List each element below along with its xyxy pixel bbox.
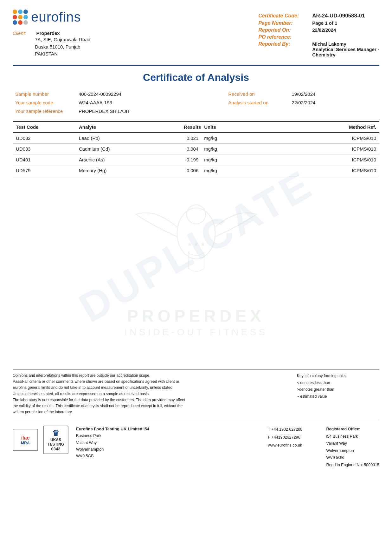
cert-by-title: Analytical Services Manager -: [312, 47, 379, 52]
cell-code: UD032: [13, 133, 76, 144]
col-results: Results: [157, 121, 201, 133]
ilac-logo: ilac ·MRA·: [13, 429, 38, 451]
reg-addr3: Wolverhampton: [326, 447, 380, 454]
cell-result: 0.199: [157, 154, 201, 165]
cell-units: mg/kg: [201, 144, 243, 154]
cell-units: mg/kg: [201, 154, 243, 165]
cert-reported-value: 22/02/2024: [312, 27, 336, 33]
cell-method: ICPMS/010: [306, 154, 379, 165]
footer-note-1: Opinions and interpretations within this…: [13, 373, 291, 379]
footer-contact: T +44 1902 627200 F +441902627296 www.eu…: [268, 426, 319, 449]
footer-notes: Opinions and interpretations within this…: [13, 373, 379, 415]
client-address-2: Daska 51010, Punjab: [35, 43, 90, 51]
footer-note-3: Eurofins general limits and do not take …: [13, 385, 291, 391]
received-value: 19/02/2024: [289, 90, 379, 98]
cert-page-row: Page Number: Page 1 of 1: [258, 20, 379, 26]
footer-note-7: written permission of the laboratory.: [13, 409, 291, 415]
certificate-page: ★ ★ ★ PROPERDEX INSIDE-OUT FITNESS DUPLI…: [0, 0, 392, 555]
ukas-text: UKASTESTING: [48, 438, 64, 447]
reg-office-label: Registered Office:: [326, 426, 380, 433]
cert-reported-row: Reported On: 22/02/2024: [258, 27, 379, 33]
footer-notes-left: Opinions and interpretations within this…: [13, 373, 291, 415]
cell-method: ICPMS/010: [306, 133, 379, 144]
cert-by-row: Reported By: Michal Lakomy Analytical Se…: [258, 41, 379, 57]
header-divider: [13, 65, 379, 66]
logo-dots: [13, 10, 28, 25]
page-title: Certificate of Analysis: [13, 72, 379, 83]
key-less: < denotes less than: [297, 380, 379, 387]
reg-addr4: WV9 5GB: [326, 454, 380, 461]
footer-addr2: Valiant Way: [76, 440, 260, 446]
table-footer-row: [13, 176, 379, 179]
key-estimated: ~ estimated value: [297, 393, 379, 400]
cell-analyte: Cadmium (Cd): [76, 144, 157, 154]
cert-by-dept: Chemistry: [312, 52, 379, 57]
client-section: Client: Properdex 7A, SIE, Gujranwala Ro…: [13, 30, 90, 58]
footer-fax: F +441902627296: [268, 434, 319, 441]
logo-dot-7: [13, 20, 17, 25]
cell-code: UD401: [13, 154, 76, 165]
reg-addr2: Valiant Way: [326, 440, 380, 447]
key-title: Key: cfu colony forming units: [297, 373, 379, 380]
logo-dot-6: [23, 15, 28, 19]
sample-number-label: Sample number: [13, 90, 76, 98]
cell-code: UD579: [13, 165, 76, 176]
cert-po-row: PO reference:: [258, 34, 379, 40]
watermark-spacer: [13, 182, 379, 366]
cert-po-label: PO reference:: [258, 34, 309, 40]
cell-analyte: Mercury (Hg): [76, 165, 157, 176]
crown-icon: ♛: [52, 429, 59, 438]
cell-result: 0.021: [157, 133, 201, 144]
client-label: Client:: [13, 30, 33, 36]
logo-dot-4: [13, 15, 17, 19]
cell-spacer: [243, 165, 306, 176]
received-label: Received on: [226, 90, 289, 98]
table-row: UD032 Lead (Pb) 0.021 mg/kg ICPMS/010: [13, 133, 379, 144]
logo-area: eurofins: [13, 10, 90, 25]
sample-code-value: W24-AAAA-193: [76, 98, 226, 107]
reg-no: Regd in England No: 5009315: [326, 461, 380, 469]
cert-reported-label: Reported On:: [258, 27, 309, 33]
results-table: Test Code Analyte Results Units Method R…: [13, 121, 379, 179]
cert-by-label: Reported By:: [258, 41, 309, 47]
cell-code: UD033: [13, 144, 76, 154]
logo-dot-9: [23, 20, 28, 25]
footer-company-name: Eurofins Food Testing UK Limited i54: [76, 426, 260, 433]
logo-dot-1: [13, 10, 17, 14]
cell-units: mg/kg: [201, 165, 243, 176]
sample-info-table: Sample number 400-2024-00092294 Received…: [13, 90, 379, 115]
cert-code-row: Certificate Code: AR-24-UD-090588-01: [258, 13, 379, 19]
col-test-code: Test Code: [13, 121, 76, 133]
key-greater: >denotes greater than: [297, 386, 379, 393]
cell-spacer: [243, 133, 306, 144]
col-spacer: [243, 121, 306, 133]
logo-text: eurofins: [31, 10, 81, 25]
client-address-3: PAKISTAN: [35, 50, 90, 58]
logo-dot-2: [18, 10, 22, 14]
sample-reference-value: PROPERDEX SHILAJIT: [76, 107, 379, 115]
col-analyte: Analyte: [76, 121, 157, 133]
footer-notes-right: Key: cfu colony forming units < denotes …: [297, 373, 379, 415]
logo-dot-5: [18, 15, 22, 19]
footer-note-4: Unless otherwise stated, all results are…: [13, 391, 291, 397]
client-name: Properdex: [36, 30, 60, 36]
sample-number-value: 400-2024-00092294: [76, 90, 226, 98]
cert-by-name: Michal Lakomy: [312, 41, 379, 47]
footer-addr1: Business Park: [76, 433, 260, 439]
footer-addr4: WV9 5GB: [76, 453, 260, 460]
cert-page-label: Page Number:: [258, 20, 309, 26]
footer-registered: Registered Office: i54 Business Park Val…: [326, 426, 380, 468]
cell-spacer: [243, 144, 306, 154]
header: eurofins Client: Properdex 7A, SIE, Gujr…: [13, 10, 379, 59]
footer-note-5: The laboratory is not responsible for th…: [13, 397, 291, 403]
cell-analyte: Lead (Pb): [76, 133, 157, 144]
logo-dot-8: [18, 20, 22, 25]
footer-logos: ilac ·MRA· ♛ UKASTESTING 0342: [13, 426, 68, 454]
ukas-logo: ♛ UKASTESTING 0342: [43, 426, 68, 454]
footer-eurofins-info: Eurofins Food Testing UK Limited i54 Bus…: [76, 426, 260, 460]
table-row: UD579 Mercury (Hg) 0.006 mg/kg ICPMS/010: [13, 165, 379, 176]
ukas-number: 0342: [51, 447, 61, 451]
started-value: 22/02/2024: [289, 98, 379, 107]
footer-note-2: Pass/Fail criteria or other comments whe…: [13, 379, 291, 385]
cell-units: mg/kg: [201, 133, 243, 144]
